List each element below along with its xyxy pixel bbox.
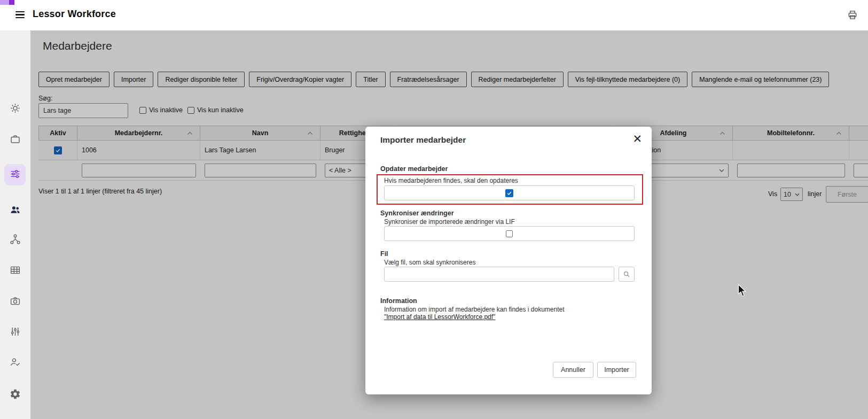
sidebar-item-employees[interactable]: [4, 164, 26, 185]
cancel-button[interactable]: Annuller: [553, 362, 593, 378]
person-check-icon: [10, 356, 21, 369]
close-icon[interactable]: ✕: [632, 133, 642, 144]
sidebar-item-photos[interactable]: [4, 291, 26, 313]
sidebar-item-tables[interactable]: [4, 260, 26, 282]
sidebar-item-organisation[interactable]: [4, 229, 26, 251]
file-input[interactable]: [384, 267, 614, 282]
sun-icon: [10, 103, 21, 115]
equalizer-icon: [10, 326, 21, 339]
dialog-title: Importer medarbejder: [380, 135, 466, 145]
update-section-desc: Hvis medarbejderen findes, skal den opda…: [384, 177, 518, 184]
menu-icon[interactable]: [15, 11, 26, 20]
sidebar-item-approvals[interactable]: [4, 352, 26, 374]
sidebar-item-settings-sliders[interactable]: [4, 322, 26, 343]
search-icon: [623, 270, 630, 278]
briefcase-icon: [10, 134, 21, 146]
sync-section-label: Synkroniser ændringer: [380, 210, 454, 217]
import-button[interactable]: Importer: [597, 362, 636, 378]
gear-icon: [10, 389, 21, 401]
import-pdf-link[interactable]: "Import af data til LessorWorkforce.pdf": [384, 313, 495, 321]
sidebar: [0, 30, 30, 419]
file-section-desc: Vælg fil, som skal synkroniseres: [384, 259, 475, 266]
update-checkbox-row: [384, 185, 635, 200]
org-chart-icon: [10, 234, 21, 246]
print-icon[interactable]: [846, 9, 859, 22]
topbar: Lessor Workforce: [0, 0, 868, 30]
app-title: Lessor Workforce: [33, 9, 116, 20]
update-checkbox[interactable]: [505, 189, 513, 197]
file-section-label: Fil: [380, 250, 388, 258]
app-window: Lessor Workforce: [0, 0, 868, 419]
sidebar-item-settings[interactable]: [4, 384, 26, 406]
file-browse-button[interactable]: [619, 267, 635, 282]
camera-icon: [10, 296, 21, 308]
sidebar-item-dashboard[interactable]: [4, 98, 26, 120]
tune-icon: [10, 168, 21, 181]
sidebar-item-people[interactable]: [4, 200, 26, 221]
sync-checkbox[interactable]: [506, 230, 513, 237]
import-dialog: Importer medarbejder ✕ Opdater medarbejd…: [365, 127, 652, 394]
table-icon: [10, 265, 21, 277]
sync-checkbox-row: [384, 226, 635, 241]
sync-section-desc: Synkroniser de importerede ændringer via…: [384, 218, 515, 226]
info-section-desc: Information om import af medarbejdere ka…: [384, 306, 565, 313]
info-section-label: Information: [380, 297, 417, 305]
people-icon: [10, 204, 21, 217]
sidebar-item-transfers[interactable]: [4, 416, 26, 419]
update-section-label: Opdater medarbejder: [380, 165, 448, 173]
sidebar-item-jobs[interactable]: [4, 129, 26, 151]
